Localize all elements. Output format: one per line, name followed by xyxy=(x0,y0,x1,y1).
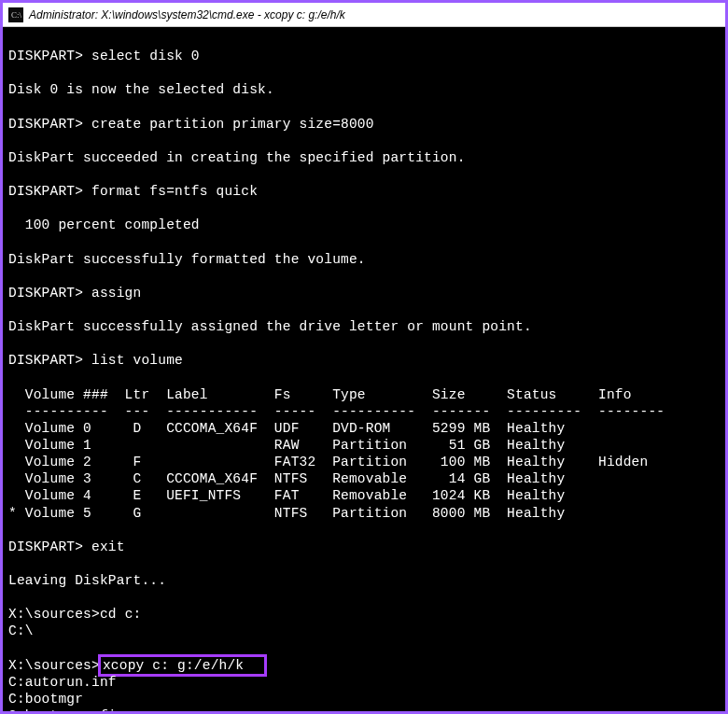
cmd-list-volume: list volume xyxy=(91,353,183,368)
highlighted-command: xcopy c: g:/e/h/k xyxy=(98,654,267,677)
output-line: C:\ xyxy=(8,623,34,638)
cmd-create-partition: create partition primary size=8000 xyxy=(91,117,374,132)
cmd-exit: exit xyxy=(91,539,125,554)
file-line: C:bootmgr xyxy=(8,692,83,707)
volume-row: Volume 4 E UEFI_NTFS FAT Removable 1024 … xyxy=(8,488,565,503)
diskpart-prompt: DISKPART> xyxy=(8,49,91,63)
diskpart-prompt: DISKPART> xyxy=(8,539,91,554)
output-line: Leaving DiskPart... xyxy=(8,573,166,588)
cmd-window: C:\ Administrator: X:\windows\system32\c… xyxy=(0,0,728,714)
file-line: C:bootmgr.efi xyxy=(8,708,117,711)
shell-prompt: X:\sources> xyxy=(8,658,100,673)
cmd-select-disk: select disk 0 xyxy=(91,49,200,63)
window-title: Administrator: X:\windows\system32\cmd.e… xyxy=(29,8,345,21)
volume-table-divider: ---------- --- ----------- ----- -------… xyxy=(8,404,665,419)
cmd-icon: C:\ xyxy=(8,7,23,22)
diskpart-prompt: DISKPART> xyxy=(8,353,91,368)
terminal-output[interactable]: DISKPART> select disk 0 Disk 0 is now th… xyxy=(3,27,725,711)
svg-text:C:\: C:\ xyxy=(11,10,22,20)
output-line: DiskPart succeeded in creating the speci… xyxy=(8,150,466,165)
output-line: Disk 0 is now the selected disk. xyxy=(8,82,274,97)
output-line: 100 percent completed xyxy=(8,217,200,232)
diskpart-prompt: DISKPART> xyxy=(8,184,91,199)
volume-row: Volume 2 F FAT32 Partition 100 MB Health… xyxy=(8,455,648,469)
diskpart-prompt: DISKPART> xyxy=(8,117,91,132)
diskpart-prompt: DISKPART> xyxy=(8,286,91,301)
cmd-assign: assign xyxy=(91,286,141,301)
shell-prompt: X:\sources> xyxy=(8,607,100,622)
cmd-format: format fs=ntfs quick xyxy=(91,184,258,199)
volume-row: Volume 0 D CCCOMA_X64F UDF DVD-ROM 5299 … xyxy=(8,421,565,436)
output-line: DiskPart successfully formatted the volu… xyxy=(8,252,366,267)
volume-row: * Volume 5 G NTFS Partition 8000 MB Heal… xyxy=(8,506,565,521)
output-line: DiskPart successfully assigned the drive… xyxy=(8,319,532,334)
volume-row: Volume 3 C CCCOMA_X64F NTFS Removable 14… xyxy=(8,471,565,486)
cmd-cd: cd c: xyxy=(100,607,142,622)
file-line: C:autorun.inf xyxy=(8,675,117,690)
volume-row: Volume 1 RAW Partition 51 GB Healthy xyxy=(8,438,565,453)
volume-table-header: Volume ### Ltr Label Fs Type Size Status… xyxy=(8,387,632,402)
titlebar[interactable]: C:\ Administrator: X:\windows\system32\c… xyxy=(3,3,725,27)
